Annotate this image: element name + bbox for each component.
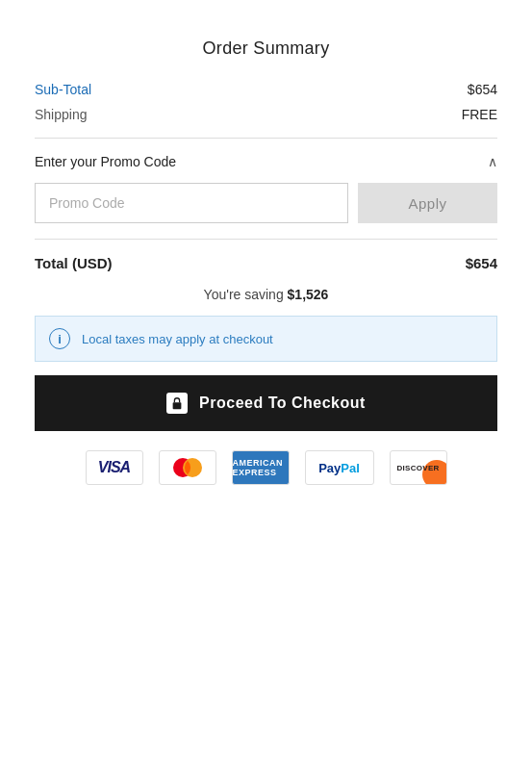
shipping-value: FREE	[462, 107, 497, 122]
info-icon: i	[49, 328, 70, 349]
shipping-row: Shipping FREE	[35, 107, 497, 122]
total-label: Total (USD)	[35, 255, 113, 271]
saving-prefix: You're saving	[204, 287, 288, 302]
divider-1	[35, 138, 497, 139]
saving-text-row: You're saving $1,526	[35, 287, 497, 302]
svg-rect-0	[173, 402, 182, 409]
checkout-label: Proceed To Checkout	[199, 395, 366, 412]
subtotal-row: Sub-Total $654	[35, 82, 497, 97]
paypal-icon: PayPal	[305, 450, 374, 485]
apply-button[interactable]: Apply	[358, 183, 497, 223]
info-text: Local taxes may apply at checkout	[82, 332, 273, 346]
lock-svg	[170, 396, 184, 410]
total-row: Total (USD) $654	[35, 255, 497, 271]
promo-code-input[interactable]	[35, 183, 348, 223]
subtotal-value: $654	[468, 82, 497, 97]
mastercard-icon	[159, 450, 216, 485]
subtotal-label: Sub-Total	[35, 82, 91, 97]
lock-icon	[166, 393, 188, 414]
shipping-label: Shipping	[35, 107, 88, 122]
saving-amount: $1,526	[288, 287, 329, 302]
amex-icon: AMERICAN EXPRESS	[232, 450, 290, 485]
payment-icons-row: VISA AMERICAN EXPRESS PayPal DISCOVER	[35, 450, 497, 485]
visa-icon: VISA	[86, 450, 143, 485]
promo-row: Apply	[35, 183, 497, 223]
page-title: Order Summary	[35, 38, 497, 59]
promo-label: Enter your Promo Code	[35, 154, 176, 169]
checkout-button[interactable]: Proceed To Checkout	[35, 375, 497, 431]
promo-section-header: Enter your Promo Code ∧	[35, 154, 497, 169]
total-value: $654	[466, 255, 497, 271]
chevron-up-icon[interactable]: ∧	[488, 154, 497, 169]
discover-icon: DISCOVER	[390, 450, 447, 485]
order-summary-card: Order Summary Sub-Total $654 Shipping FR…	[19, 19, 513, 504]
info-box: i Local taxes may apply at checkout	[35, 316, 497, 362]
divider-2	[35, 239, 497, 240]
